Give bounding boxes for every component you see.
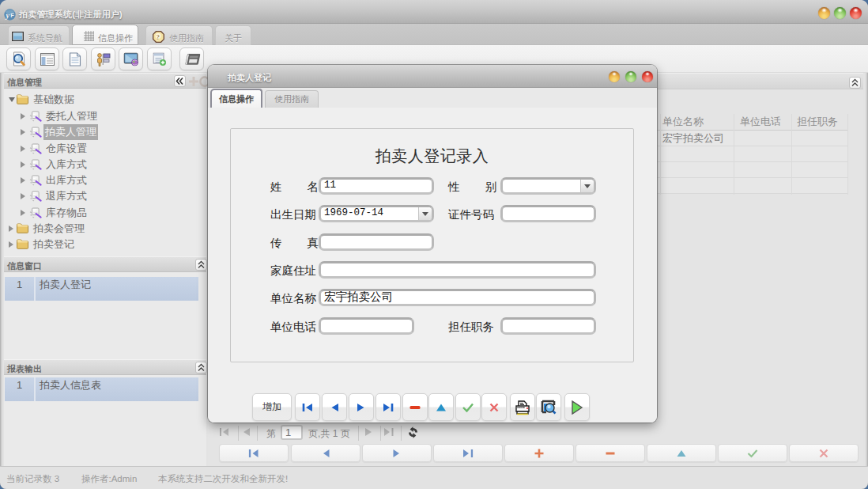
- svg-text:y: y: [5, 11, 9, 20]
- svg-text:?: ?: [157, 33, 160, 41]
- svg-text:F: F: [10, 12, 14, 19]
